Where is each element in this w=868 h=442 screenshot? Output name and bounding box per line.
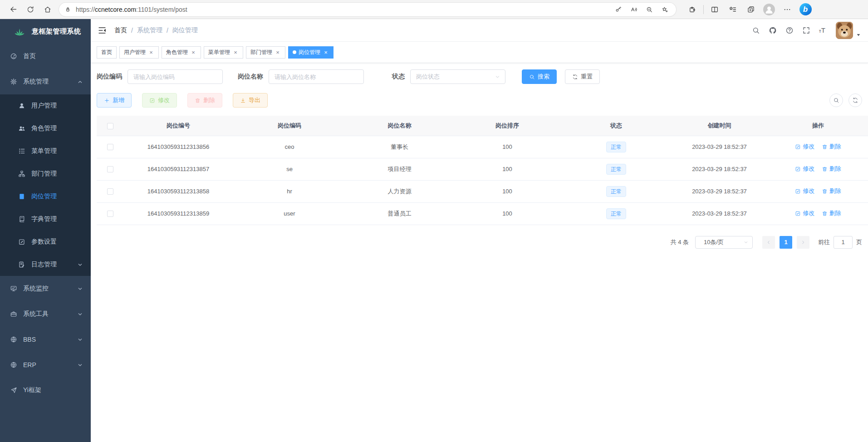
browser-reload-button[interactable] xyxy=(22,2,39,17)
edit-icon xyxy=(795,188,801,194)
sidebar-submenu-system: 用户管理 角色管理 菜单管理 部门管理 岗位管理 字典管理 xyxy=(0,94,91,276)
font-size-icon[interactable]: тT xyxy=(819,27,825,34)
breadcrumb-system[interactable]: 系统管理 xyxy=(137,26,162,34)
browser-home-button[interactable] xyxy=(39,2,56,17)
collections-icon[interactable] xyxy=(742,2,760,17)
status-badge: 正常 xyxy=(606,164,626,175)
sidebar-item-erp[interactable]: ERP xyxy=(0,352,91,378)
export-button[interactable]: 导出 xyxy=(233,93,268,108)
tab-menu-mgmt[interactable]: 菜单管理× xyxy=(204,46,243,59)
close-icon[interactable]: × xyxy=(190,49,196,55)
add-button[interactable]: 新增 xyxy=(97,93,132,108)
browser-profile-avatar[interactable] xyxy=(760,2,778,17)
close-icon[interactable]: × xyxy=(275,49,281,55)
browser-back-button[interactable] xyxy=(5,2,22,17)
select-all-checkbox[interactable] xyxy=(107,123,113,129)
sidebar-item-bbs[interactable]: BBS xyxy=(0,327,91,352)
refresh-icon xyxy=(852,97,858,103)
row-edit-link[interactable]: 修改 xyxy=(795,165,814,173)
header-search-icon[interactable] xyxy=(752,26,760,34)
goto-label: 前往 xyxy=(818,238,830,246)
row-checkbox[interactable] xyxy=(107,188,113,195)
browser-menu-icon[interactable] xyxy=(778,2,796,17)
post-table: 岗位编号 岗位编码 岗位名称 岗位排序 状态 创建时间 操作 164103059… xyxy=(97,116,868,225)
edit-button[interactable]: 修改 xyxy=(142,93,177,108)
help-icon[interactable] xyxy=(785,26,794,34)
sidebar-item-dict-mgmt[interactable]: 字典管理 xyxy=(0,208,91,231)
tab-post-mgmt[interactable]: 岗位管理× xyxy=(288,46,333,59)
app-logo: 意框架管理系统 xyxy=(0,19,91,44)
post-name-input[interactable] xyxy=(269,69,364,84)
copilot-bing-icon[interactable]: b xyxy=(796,2,814,17)
trash-icon xyxy=(195,98,201,103)
tab-user-mgmt[interactable]: 用户管理× xyxy=(119,46,159,59)
row-delete-link[interactable]: 删除 xyxy=(822,187,841,195)
sidebar-item-user-mgmt[interactable]: 用户管理 xyxy=(0,94,91,117)
sidebar-item-param-settings[interactable]: 参数设置 xyxy=(0,231,91,253)
prev-page-button[interactable] xyxy=(762,236,775,249)
chevron-down-icon xyxy=(78,262,83,267)
tab-home[interactable]: 首页 xyxy=(97,46,117,59)
user-avatar-menu[interactable] xyxy=(836,22,861,39)
download-icon xyxy=(240,98,246,103)
row-delete-link[interactable]: 删除 xyxy=(822,142,841,151)
split-screen-icon[interactable] xyxy=(706,2,724,17)
github-icon[interactable] xyxy=(769,26,777,34)
close-icon[interactable]: × xyxy=(323,49,329,55)
goto-page-input[interactable] xyxy=(834,236,853,249)
chevron-left-icon xyxy=(766,240,771,245)
sidebar-item-role-mgmt[interactable]: 角色管理 xyxy=(0,117,91,140)
breadcrumb-current: 岗位管理 xyxy=(172,26,198,34)
read-aloud-icon[interactable] xyxy=(626,4,642,15)
pagination: 共 4 条 10条/页 1 前往 页 xyxy=(97,236,862,249)
zoom-out-icon[interactable] xyxy=(642,4,657,15)
row-delete-link[interactable]: 删除 xyxy=(822,209,841,217)
row-checkbox[interactable] xyxy=(107,144,113,150)
sidebar-item-post-mgmt[interactable]: 岗位管理 xyxy=(0,185,91,208)
status-select[interactable]: 岗位状态 xyxy=(410,69,505,84)
column-header-created: 创建时间 xyxy=(671,116,768,136)
password-key-icon[interactable] xyxy=(611,4,626,15)
row-edit-link[interactable]: 修改 xyxy=(795,209,814,217)
sidebar-item-home[interactable]: 首页 xyxy=(0,44,91,69)
search-button[interactable]: 搜索 xyxy=(522,69,557,84)
delete-button[interactable]: 删除 xyxy=(187,93,222,108)
sidebar-item-system-mgmt[interactable]: 系统管理 xyxy=(0,69,91,94)
toggle-search-button[interactable] xyxy=(829,93,843,107)
reload-icon xyxy=(26,5,34,14)
paper-plane-icon xyxy=(10,387,17,394)
row-checkbox[interactable] xyxy=(107,166,113,172)
sidebar-item-dept-mgmt[interactable]: 部门管理 xyxy=(0,162,91,185)
sidebar-item-system-tools[interactable]: 系统工具 xyxy=(0,301,91,327)
status-badge: 正常 xyxy=(606,186,626,197)
post-code-input[interactable] xyxy=(128,69,223,84)
breadcrumb-home[interactable]: 首页 xyxy=(114,26,127,34)
favorites-icon[interactable] xyxy=(724,2,742,17)
briefcase-icon xyxy=(10,310,17,318)
row-checkbox[interactable] xyxy=(107,211,113,217)
sidebar-item-yi-framework[interactable]: Yi框架 xyxy=(0,378,91,403)
menu-fold-icon[interactable] xyxy=(97,25,107,35)
chevron-right-icon xyxy=(800,240,806,245)
fullscreen-icon[interactable] xyxy=(802,26,810,34)
next-page-button[interactable] xyxy=(797,236,809,249)
reset-button[interactable]: 重置 xyxy=(565,69,600,84)
row-edit-link[interactable]: 修改 xyxy=(795,142,814,151)
address-bar[interactable]: https://ccnetcore.com:1101/system/post xyxy=(59,3,676,16)
plus-icon xyxy=(104,98,110,103)
add-favorite-icon[interactable] xyxy=(657,4,672,15)
sidebar-item-log-mgmt[interactable]: 日志管理 xyxy=(0,253,91,276)
page-size-select[interactable]: 10条/页 xyxy=(695,236,753,249)
extensions-icon[interactable] xyxy=(683,2,701,17)
search-form: 岗位编码 岗位名称 状态 岗位状态 搜索 重置 xyxy=(97,69,862,84)
tab-dept-mgmt[interactable]: 部门管理× xyxy=(246,46,285,59)
row-delete-link[interactable]: 删除 xyxy=(822,165,841,173)
sidebar-item-menu-mgmt[interactable]: 菜单管理 xyxy=(0,140,91,162)
close-icon[interactable]: × xyxy=(232,49,239,55)
close-icon[interactable]: × xyxy=(148,49,154,55)
refresh-table-button[interactable] xyxy=(848,93,862,107)
tab-role-mgmt[interactable]: 角色管理× xyxy=(162,46,201,59)
page-number-current[interactable]: 1 xyxy=(780,236,792,249)
row-edit-link[interactable]: 修改 xyxy=(795,187,814,195)
sidebar-item-system-monitor[interactable]: 系统监控 xyxy=(0,276,91,301)
